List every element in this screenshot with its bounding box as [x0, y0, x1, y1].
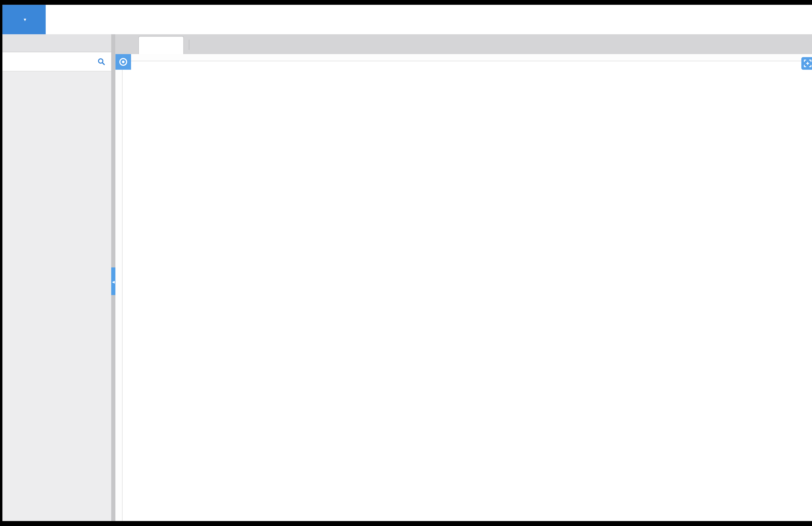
tab-separator: [189, 40, 189, 50]
tab-document-active[interactable]: [138, 36, 184, 55]
horizontal-ruler: [122, 54, 812, 61]
document-tabbar: [115, 34, 812, 55]
drawing-canvas[interactable]: [122, 61, 812, 521]
add-tab-button[interactable]: [120, 38, 132, 51]
file-menu-button[interactable]: ▼: [2, 5, 46, 34]
component-category-list: [2, 72, 111, 76]
application-window: ▼ ◀: [0, 0, 812, 526]
canvas-area[interactable]: [115, 34, 812, 521]
file-menu-caret-icon: ▼: [23, 17, 27, 21]
vertical-ruler: [115, 54, 122, 521]
collapse-left-panel-handle[interactable]: ◀: [111, 267, 115, 295]
toolbar: ▼: [2, 5, 812, 35]
app-root: ▼ ◀: [2, 5, 812, 521]
component-sidebar: [2, 34, 111, 521]
sidebar-search: [2, 52, 111, 71]
search-input[interactable]: [9, 58, 98, 65]
search-icon[interactable]: [98, 58, 105, 65]
sidebar-tabs: [2, 34, 111, 52]
